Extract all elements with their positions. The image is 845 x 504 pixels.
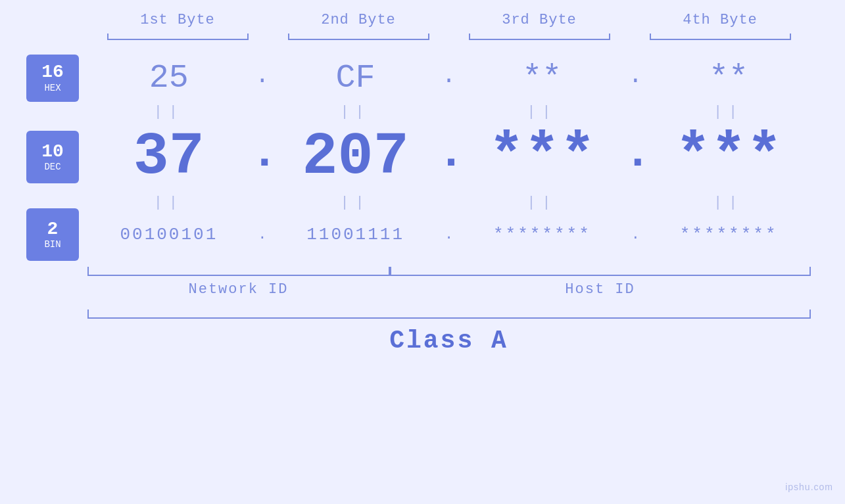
bin-val-1: 00100101 — [87, 225, 251, 244]
dec-val-1: 37 — [87, 124, 251, 191]
dec-badge-name: DEC — [44, 162, 60, 172]
bin-values-row: 00100101 . 11001111 . ******** . *******… — [87, 225, 811, 244]
top-bracket-2 — [268, 34, 449, 44]
bin-val-4: ******** — [647, 225, 811, 244]
bin-dot-1: . — [251, 227, 274, 243]
bin-val-3: ******** — [460, 225, 624, 244]
top-bracket-1 — [87, 34, 268, 44]
top-bracket-4 — [630, 34, 811, 44]
dec-dot-1: . — [251, 127, 274, 187]
byte-headers-row: 1st Byte 2nd Byte 3rd Byte 4th Byte — [87, 12, 811, 28]
dec-val-4: *** — [647, 124, 811, 191]
dec-dot-2: . — [437, 127, 460, 187]
bin-dot-2: . — [437, 227, 460, 243]
network-bracket — [87, 263, 390, 276]
equals-7: || — [460, 195, 624, 211]
byte-header-2: 2nd Byte — [268, 12, 449, 28]
hex-row: 16 HEX 25 . CF . ** . ** — [0, 53, 845, 103]
dec-val-3: *** — [460, 124, 624, 191]
hex-val-1: 25 — [87, 59, 251, 97]
equals-5: || — [87, 195, 251, 211]
equals-6: || — [274, 195, 437, 211]
dec-badge: 10 DEC — [26, 131, 79, 183]
bin-row: 2 BIN 00100101 . 11001111 . ******** . *… — [0, 212, 845, 258]
equals-row-2: || || || || — [87, 193, 811, 212]
equals-row-1: || || || || — [87, 103, 811, 121]
full-bottom-bracket — [87, 307, 811, 319]
hex-values-row: 25 . CF . ** . ** — [87, 59, 811, 97]
hex-badge: 16 HEX — [26, 55, 79, 102]
hex-dot-2: . — [437, 62, 460, 93]
class-label: Class A — [87, 327, 811, 355]
id-labels-row: Network ID Host ID — [87, 281, 811, 298]
equals-1: || — [87, 104, 251, 120]
dec-values-row: 37 . 207 . *** . *** — [87, 124, 811, 191]
equals-4: || — [647, 104, 811, 120]
equals-3: || — [460, 104, 624, 120]
dec-row: 10 DEC 37 . 207 . *** . *** — [0, 121, 845, 193]
byte-header-3: 3rd Byte — [449, 12, 630, 28]
byte-header-4: 4th Byte — [630, 12, 811, 28]
bin-badge-num: 2 — [47, 219, 59, 240]
byte-header-1: 1st Byte — [87, 12, 268, 28]
hex-dot-1: . — [251, 62, 274, 93]
id-brackets — [87, 263, 811, 276]
top-bracket-3 — [449, 34, 630, 44]
content-area: 1st Byte 2nd Byte 3rd Byte 4th Byte — [0, 0, 845, 355]
hex-badge-name: HEX — [44, 83, 60, 93]
hex-val-2: CF — [274, 59, 437, 97]
hex-val-4: ** — [647, 59, 811, 97]
host-bracket — [390, 263, 811, 276]
dec-badge-num: 10 — [41, 142, 64, 162]
watermark: ipshu.com — [785, 482, 833, 492]
host-id-label: Host ID — [390, 281, 811, 298]
bin-badge-name: BIN — [44, 239, 60, 250]
network-id-label: Network ID — [87, 281, 390, 298]
dec-val-2: 207 — [274, 124, 437, 191]
top-brackets — [87, 34, 811, 44]
equals-8: || — [647, 195, 811, 211]
dec-dot-3: . — [624, 127, 647, 187]
equals-2: || — [274, 104, 437, 120]
bin-dot-3: . — [624, 227, 647, 243]
page-wrapper: 1st Byte 2nd Byte 3rd Byte 4th Byte — [0, 0, 845, 504]
bin-badge: 2 BIN — [26, 208, 79, 261]
hex-val-3: ** — [460, 59, 624, 97]
hex-dot-3: . — [624, 62, 647, 93]
bin-val-2: 11001111 — [274, 225, 437, 244]
hex-badge-num: 16 — [41, 62, 64, 83]
